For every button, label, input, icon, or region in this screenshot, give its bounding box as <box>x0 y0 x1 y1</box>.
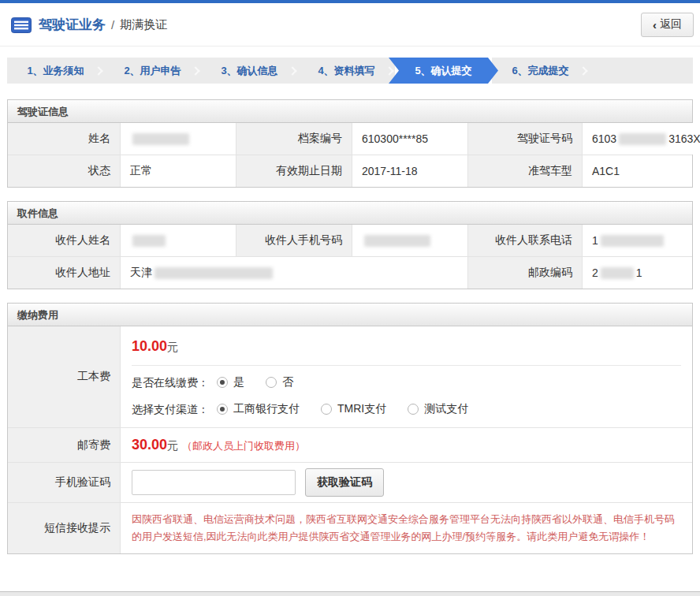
step-4[interactable]: 4、资料填写 <box>298 58 395 84</box>
field-label: 收件人地址 <box>8 257 120 289</box>
field-value: 正常 <box>120 155 236 187</box>
field-label: 收件人手机号码 <box>236 225 352 256</box>
page-subtitle: 期满换证 <box>120 17 167 32</box>
radio-label: 否 <box>282 375 293 389</box>
mail-fee-unit: 元 <box>167 439 178 452</box>
fee-row-mail: 邮寄费 30.00元（邮政人员上门收取费用） <box>8 427 692 462</box>
table-row: 姓名档案编号610300****85驾驶证号码61033163X <box>8 123 692 155</box>
section-title-fees: 缴纳费用 <box>8 304 692 326</box>
radio-option[interactable]: 测试支付 <box>408 402 468 416</box>
radio-icon <box>321 404 332 415</box>
radio-option[interactable]: 否 <box>266 375 293 389</box>
radio-option[interactable]: TMRI支付 <box>321 402 386 416</box>
base-fee-amount-line: 10.00元 <box>132 326 681 366</box>
radio-icon <box>266 377 277 388</box>
field-label: 邮政编码 <box>467 257 582 289</box>
field-value: 1 <box>582 225 692 256</box>
online-pay-question-label: 是否在线缴费： <box>132 376 209 390</box>
mail-fee-amount: 30.00 <box>132 437 167 453</box>
redacted-value <box>601 235 664 247</box>
radio-option[interactable]: 工商银行支付 <box>217 402 300 416</box>
captcha-line: 获取验证码 <box>132 463 681 502</box>
field-value: 61033163X <box>582 123 700 155</box>
prev-step-button[interactable]: 上一步 <box>535 591 595 592</box>
step-5[interactable]: 5、确认提交 <box>389 58 498 84</box>
value-text: 2017-11-18 <box>362 165 418 177</box>
field-value: 2017-11-18 <box>352 155 467 187</box>
breadcrumb-separator: / <box>111 18 114 32</box>
redacted-value <box>619 133 666 145</box>
radio-label: 是 <box>233 375 244 389</box>
value-text: 正常 <box>130 164 152 178</box>
field-label: 收件人联系电话 <box>467 225 582 256</box>
step-3[interactable]: 3、确认信息 <box>201 58 298 84</box>
value-text: 天津 <box>130 266 152 280</box>
info-section: 驾驶证信息姓名档案编号610300****85驾驶证号码61033163X状态正… <box>7 99 693 188</box>
value-text: A1C1 <box>592 165 620 177</box>
field-value <box>120 123 236 155</box>
fee-row-base: 工本费 10.00元 是否在线缴费： 是否 选择支付渠道： 工商银行支付TMRI… <box>8 326 692 427</box>
back-chevron-icon: ‹ <box>653 18 657 32</box>
value-text: 610300****85 <box>362 132 428 145</box>
value-text: 2 <box>592 266 598 279</box>
info-sections: 驾驶证信息姓名档案编号610300****85驾驶证号码61033163X状态正… <box>0 99 700 289</box>
base-fee-unit: 元 <box>167 341 178 353</box>
radio-label: 工商银行支付 <box>233 402 300 416</box>
steps-bar: 1、业务须知2、用户申告3、确认信息4、资料填写5、确认提交6、完成提交 <box>7 58 693 84</box>
field-label: 准驾车型 <box>467 155 582 187</box>
step-label: 2、用户申告 <box>124 64 181 78</box>
sms-tip-text: 因陕西省联通、电信运营商技术问题，陕西省互联网交通安全综合服务管理平台无法向持陕… <box>132 503 681 553</box>
radio-icon <box>408 404 419 415</box>
step-6[interactable]: 6、完成提交 <box>492 58 589 84</box>
field-label: 有效期止日期 <box>236 155 352 187</box>
back-button[interactable]: ‹ 返回 <box>641 13 694 37</box>
table-row: 收件人姓名收件人手机号码收件人联系电话1 <box>8 225 692 256</box>
section-title: 取件信息 <box>8 202 692 225</box>
step-2[interactable]: 2、用户申告 <box>104 58 201 84</box>
get-captcha-button[interactable]: 获取验证码 <box>305 468 384 497</box>
radio-label: 测试支付 <box>424 402 468 416</box>
radio-label: TMRI支付 <box>337 402 386 416</box>
redacted-value <box>155 267 273 279</box>
redacted-value <box>132 235 166 247</box>
sms-tip-content: 因陕西省联通、电信运营商技术问题，陕西省互联网交通安全综合服务管理平台无法向持陕… <box>120 503 692 553</box>
field-label-sms-tip: 短信接收提示 <box>8 503 120 553</box>
radio-option[interactable]: 是 <box>217 375 244 389</box>
back-button-label: 返回 <box>660 17 682 32</box>
online-pay-question: 是否在线缴费： 是否 <box>132 366 681 396</box>
finish-button[interactable]: 完成 <box>606 591 655 592</box>
step-label: 6、完成提交 <box>512 64 568 78</box>
value-text: 1 <box>636 266 642 279</box>
fee-row-sms-tip: 短信接收提示 因陕西省联通、电信运营商技术问题，陕西省互联网交通安全综合服务管理… <box>8 502 692 553</box>
redacted-value <box>132 133 189 145</box>
chevron-right-icon <box>385 66 393 75</box>
field-label-captcha: 手机验证码 <box>8 463 120 502</box>
chevron-right-icon <box>579 66 587 75</box>
list-icon <box>11 17 32 33</box>
value-text: 6103 <box>592 132 616 145</box>
step-1[interactable]: 1、业务须知 <box>7 58 104 84</box>
field-value <box>120 225 236 256</box>
step-label: 1、业务须知 <box>27 64 84 78</box>
field-label-base-fee: 工本费 <box>8 326 120 427</box>
field-value <box>352 225 467 256</box>
fees-section: 缴纳费用 工本费 10.00元 是否在线缴费： 是否 选择支付渠道： 工商银行支… <box>7 303 693 554</box>
field-label-mail-fee: 邮寄费 <box>8 428 120 462</box>
redacted-value <box>601 267 634 279</box>
field-value: 天津 <box>120 257 467 289</box>
step-label: 4、资料填写 <box>318 64 374 78</box>
mail-fee-note: （邮政人员上门收取费用） <box>182 440 305 452</box>
base-fee-amount: 10.00 <box>132 338 167 354</box>
step-label: 5、确认提交 <box>415 64 471 78</box>
steps-filler <box>589 58 693 84</box>
captcha-content: 获取验证码 <box>120 463 692 502</box>
page: 驾驶证业务 / 期满换证 ‹ 返回 1、业务须知2、用户申告3、确认信息4、资料… <box>0 0 700 592</box>
radio-icon <box>217 404 228 415</box>
field-value: 21 <box>582 257 692 289</box>
field-label: 档案编号 <box>236 123 352 155</box>
radio-icon <box>217 377 228 388</box>
captcha-input[interactable] <box>132 470 296 495</box>
page-title: 驾驶证业务 <box>39 16 106 34</box>
value-text: 1 <box>592 234 598 247</box>
section-title: 驾驶证信息 <box>8 100 692 123</box>
